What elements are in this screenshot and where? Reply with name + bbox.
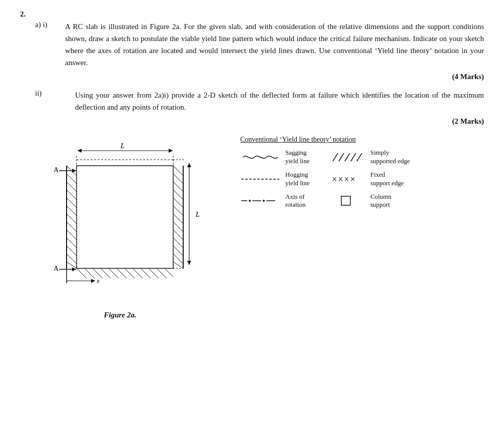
column-symbol xyxy=(330,194,370,208)
svg-marker-1 xyxy=(78,149,82,153)
part-i-marks: (4 Marks) xyxy=(35,73,484,81)
figure-caption: Figure 2a. xyxy=(30,311,210,319)
svg-line-14 xyxy=(67,198,77,208)
svg-line-64 xyxy=(333,153,338,161)
svg-text:A: A xyxy=(54,166,59,174)
svg-line-25 xyxy=(173,174,183,184)
axis-symbol xyxy=(240,195,285,207)
legend-area: Conventional ‘Yield line theory’ notatio… xyxy=(240,136,484,214)
svg-point-72 xyxy=(249,200,251,202)
part-ii-label: ii) xyxy=(35,89,75,113)
svg-line-39 xyxy=(85,268,95,278)
svg-line-66 xyxy=(345,153,350,161)
svg-text:x: x xyxy=(96,277,100,284)
column-label: Columnsupport xyxy=(370,193,391,210)
svg-line-17 xyxy=(67,222,77,232)
axis-label: Axis ofrotation xyxy=(285,193,330,210)
svg-line-34 xyxy=(173,246,183,256)
svg-line-27 xyxy=(173,190,183,200)
svg-marker-2 xyxy=(169,149,173,153)
svg-line-38 xyxy=(77,268,87,278)
svg-line-29 xyxy=(173,206,183,216)
simply-label: Simplysupported edge xyxy=(370,149,410,166)
svg-line-41 xyxy=(101,268,111,278)
svg-line-67 xyxy=(351,153,356,161)
svg-line-30 xyxy=(173,214,183,224)
svg-line-15 xyxy=(67,206,77,216)
svg-line-16 xyxy=(67,214,77,224)
svg-text:A: A xyxy=(54,265,59,272)
svg-text:L: L xyxy=(195,210,200,218)
svg-point-74 xyxy=(263,200,265,202)
svg-line-36 xyxy=(173,262,183,268)
svg-line-46 xyxy=(141,268,151,278)
part-ii-marks: (2 Marks) xyxy=(35,117,484,126)
hogging-symbol xyxy=(240,173,285,185)
svg-text:××××: ×××× xyxy=(331,174,356,184)
svg-line-47 xyxy=(149,268,159,278)
fixed-label: Fixedsupport edge xyxy=(370,171,404,188)
svg-rect-9 xyxy=(77,166,173,268)
svg-line-49 xyxy=(165,268,173,277)
part-i-text: A RC slab is illustrated in Figure 2a. F… xyxy=(65,21,484,69)
simply-symbol xyxy=(330,151,370,163)
legend-row-3: Axis ofrotation Columnsupport xyxy=(240,193,484,210)
svg-line-26 xyxy=(173,182,183,192)
svg-line-35 xyxy=(173,254,183,264)
svg-line-42 xyxy=(109,268,119,278)
svg-text:L: L xyxy=(120,142,125,150)
svg-line-45 xyxy=(133,268,143,278)
svg-line-44 xyxy=(125,268,135,278)
svg-line-65 xyxy=(339,153,344,161)
svg-line-21 xyxy=(67,254,77,264)
svg-line-33 xyxy=(173,238,183,248)
part-ii-text: Using your answer from 2a)i) provide a 2… xyxy=(75,89,484,113)
svg-marker-60 xyxy=(91,279,95,283)
svg-marker-58 xyxy=(72,267,76,271)
svg-line-31 xyxy=(173,222,183,232)
sagging-symbol xyxy=(240,151,285,163)
hogging-label: Hoggingyield line xyxy=(285,171,330,188)
slab-diagram: L A xyxy=(30,136,210,306)
svg-line-28 xyxy=(173,198,183,208)
svg-line-11 xyxy=(67,174,77,184)
legend-row-1: Saggingyield line Simplysupported edge xyxy=(240,149,484,166)
fixed-symbol: ×××× xyxy=(330,173,370,185)
legend-row-2: Hoggingyield line ×××× Fixedsupport edge xyxy=(240,171,484,188)
svg-line-32 xyxy=(173,230,183,240)
svg-marker-54 xyxy=(187,261,191,265)
svg-line-13 xyxy=(67,190,77,200)
svg-line-43 xyxy=(117,268,127,278)
svg-line-19 xyxy=(67,238,77,248)
svg-line-12 xyxy=(67,182,77,192)
legend-title: Conventional ‘Yield line theory’ notatio… xyxy=(240,136,484,144)
part-a-i-label: a) i) xyxy=(35,21,65,69)
svg-marker-53 xyxy=(187,163,191,167)
svg-line-24 xyxy=(173,166,183,176)
svg-line-18 xyxy=(67,230,77,240)
svg-line-22 xyxy=(67,262,77,268)
question-number: 2. xyxy=(20,10,484,19)
sagging-label: Saggingyield line xyxy=(285,149,330,166)
svg-line-48 xyxy=(157,268,167,278)
svg-line-20 xyxy=(67,246,77,256)
svg-rect-76 xyxy=(341,196,350,205)
svg-line-68 xyxy=(357,153,362,161)
